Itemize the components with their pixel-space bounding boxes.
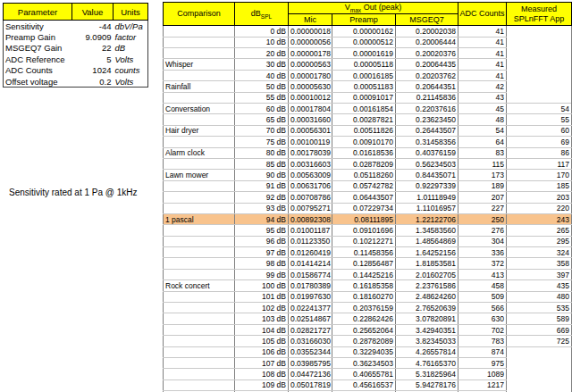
cell-msgeq7: 1.81853581: [396, 258, 458, 269]
cell-preamp: 0.22862426: [332, 313, 396, 324]
cell-mic: 0.00056301: [289, 125, 332, 136]
cell-adc: 372: [458, 258, 507, 269]
cell-db: 30 dB: [235, 59, 289, 70]
cell-measured: 86: [507, 147, 572, 158]
params-header-units: Units: [114, 4, 148, 21]
cell-comparison: [164, 247, 235, 258]
cell-adc: 458: [458, 280, 507, 291]
cell-db: 96 dB: [235, 236, 289, 246]
cell-db: 55 dB: [235, 92, 289, 103]
cell-mic: 0.00178039: [289, 147, 332, 158]
cell-db: 109 dB: [235, 379, 289, 390]
cell-comparison: [164, 346, 235, 357]
cell-db: 108 dB: [235, 369, 289, 379]
spl-row: 109 dB0.050178190.456165375.942781761217: [164, 379, 572, 390]
param-name-cell: Sensitivity: [4, 21, 72, 32]
cell-measured: 669: [507, 324, 572, 335]
cell-db: 98 dB: [235, 258, 289, 269]
cell-db: 93 dB: [235, 203, 289, 213]
cell-preamp: 0.25652064: [332, 324, 396, 335]
param-name-cell: ADC Reference: [4, 54, 72, 64]
cell-comparison: [164, 92, 235, 103]
cell-db: 97 dB: [235, 247, 289, 258]
spl-row: 65 dB0.000316600.002878210.236234504855: [164, 114, 572, 125]
cell-db: 85 dB: [235, 158, 289, 169]
cell-mic: 0.00316603: [289, 158, 332, 169]
spl-row: 85 dB0.003166030.028782090.5623450311511…: [164, 158, 572, 169]
cell-msgeq7: 0.56234503: [396, 158, 458, 169]
cell-msgeq7: 0.20064435: [396, 59, 458, 70]
cell-comparison: [164, 203, 235, 213]
cell-db: 10 dB: [235, 37, 289, 47]
cell-mic: 0.04472136: [289, 369, 332, 379]
cell-mic: 0.02514867: [289, 313, 332, 324]
cell-preamp: 0.11458356: [332, 247, 396, 258]
spl-row: 0 dB0.000000180.000001620.2000203841: [164, 26, 572, 37]
cell-comparison: [164, 369, 235, 379]
parameters-header-row: Parameter Value Units: [4, 4, 148, 21]
measured-line2: SPLnFFT App: [508, 14, 570, 23]
param-name-cell: Offset voltage: [4, 76, 72, 88]
spl-row: 91 dB0.006317060.057427820.9229733918918…: [164, 180, 572, 191]
cell-db: 100 dB: [235, 280, 289, 291]
cell-comparison: [164, 357, 235, 368]
cell-msgeq7: 0.22037616: [396, 104, 458, 114]
cell-measured: 725: [507, 336, 572, 346]
cell-adc: 41: [458, 37, 507, 47]
cell-adc: 64: [458, 137, 507, 147]
cell-measured: 265: [507, 225, 572, 236]
cell-db: 50 dB: [235, 81, 289, 92]
cell-msgeq7: 1.11016957: [396, 203, 458, 213]
cell-mic: 0.00631706: [289, 180, 332, 191]
cell-measured: 69: [507, 137, 572, 147]
cell-mic: 0.01260419: [289, 247, 332, 258]
cell-adc: 250: [458, 213, 507, 224]
cell-msgeq7: 4.26557814: [396, 346, 458, 357]
cell-preamp: 0.18160270: [332, 291, 396, 302]
cell-db: 105 dB: [235, 336, 289, 346]
cell-preamp: 0.36234503: [332, 357, 396, 368]
cell-db: 75 dB: [235, 137, 289, 147]
cell-measured: [507, 70, 572, 80]
cell-measured: 170: [507, 170, 572, 180]
cell-adc: 874: [458, 346, 507, 357]
cell-mic: 0.00005630: [289, 81, 332, 92]
cell-comparison: [164, 379, 235, 390]
cell-preamp: 0.00091017: [332, 92, 396, 103]
spl-row-highlighted: 1 pascal94 dB0.008923080.081118951.22122…: [164, 213, 572, 224]
cell-db: 94 dB: [235, 213, 289, 224]
cell-comparison: 1 pascal: [164, 213, 235, 224]
spl-row: 98 dB0.014142140.128564871.8185358137235…: [164, 258, 572, 269]
cell-measured: 397: [507, 269, 572, 279]
cell-db: 60 dB: [235, 104, 289, 114]
cell-adc: 173: [458, 170, 507, 180]
cell-mic: 0.00017804: [289, 104, 332, 114]
cell-adc: 43: [458, 92, 507, 103]
cell-mic: 0.05017819: [289, 379, 332, 390]
cell-comparison: [164, 313, 235, 324]
cell-comparison: [164, 48, 235, 59]
spl-row: Hair dryer70 dB0.000563010.005118260.264…: [164, 125, 572, 136]
param-row: Offset voltage0.2Volts: [4, 76, 148, 88]
db-label: dB: [251, 9, 261, 18]
spl-row: 92 dB0.007087860.064435071.0111894920720…: [164, 192, 572, 203]
param-value-cell: 0.2: [72, 76, 114, 88]
param-value-cell: 1024: [72, 65, 114, 76]
cell-mic: 0.00010012: [289, 92, 332, 103]
cell-preamp: 0.00005118: [332, 59, 396, 70]
cell-db: 20 dB: [235, 48, 289, 59]
cell-measured: [507, 357, 572, 368]
spl-table: Comparison dBSPL Vmax Out (peak) ADC Cou…: [163, 2, 572, 392]
cell-adc: 42: [458, 81, 507, 92]
cell-msgeq7: 2.48624260: [396, 291, 458, 302]
cell-measured: 589: [507, 313, 572, 324]
cell-comparison: [164, 291, 235, 302]
cell-adc: 189: [458, 180, 507, 191]
cell-preamp: 0.10212271: [332, 236, 396, 246]
cell-preamp: 0.05118260: [332, 170, 396, 180]
cell-msgeq7: 0.20020376: [396, 48, 458, 59]
spl-row: 108 dB0.044721360.406557815.318259641089: [164, 369, 572, 379]
cell-adc: 1089: [458, 369, 507, 379]
cell-adc: 54: [458, 125, 507, 136]
cell-comparison: [164, 114, 235, 125]
